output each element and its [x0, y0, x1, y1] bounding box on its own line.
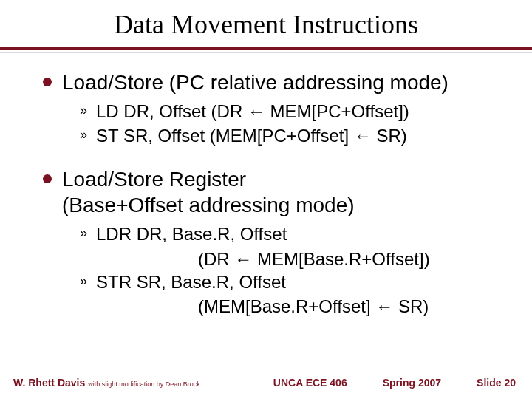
chevron-icon: »	[80, 127, 89, 143]
bullet-2-text: Load/Store Register (Base+Offset address…	[62, 166, 355, 218]
footer-slide-number: Slide 20	[477, 377, 516, 389]
divider-dark	[0, 47, 532, 50]
bullet-1-text: Load/Store (PC relative addressing mode)	[62, 69, 449, 95]
footer-modification: with slight modification by Dean Brock	[88, 381, 200, 388]
bullet-2-subs: » LDR DR, Base.R, Offset (DR ← MEM[Base.…	[80, 222, 502, 318]
sub-continuation: (DR ← MEM[Base.R+Offset])	[198, 248, 502, 270]
sub-text: LDR DR, Base.R, Offset	[96, 222, 287, 245]
slide-title: Data Movement Instructions	[0, 0, 532, 47]
content-area: Load/Store (PC relative addressing mode)…	[0, 53, 532, 318]
bullet-1-subs: » LD DR, Offset (DR ← MEM[PC+Offset]) » …	[80, 100, 502, 147]
footer: W. Rhett Davis with slight modification …	[0, 377, 532, 389]
slide: Data Movement Instructions Load/Store (P…	[0, 0, 532, 399]
sub-text: LD DR, Offset (DR ← MEM[PC+Offset])	[96, 100, 409, 123]
sub-item: » ST SR, Offset (MEM[PC+Offset] ← SR)	[80, 124, 502, 147]
sub-text: ST SR, Offset (MEM[PC+Offset] ← SR)	[96, 124, 407, 147]
footer-course: UNCA ECE 406	[273, 377, 347, 389]
sub-continuation: (MEM[Base.R+Offset] ← SR)	[198, 295, 502, 318]
sub-text: STR SR, Base.R, Offset	[96, 270, 286, 293]
footer-author: W. Rhett Davis	[13, 377, 85, 389]
bullet-disc-icon	[43, 78, 52, 86]
bullet-2: Load/Store Register (Base+Offset address…	[43, 166, 502, 218]
sub-item: » LDR DR, Base.R, Offset	[80, 222, 502, 245]
chevron-icon: »	[80, 225, 89, 241]
chevron-icon: »	[80, 103, 89, 118]
footer-term: Spring 2007	[383, 377, 441, 389]
sub-item: » LD DR, Offset (DR ← MEM[PC+Offset])	[80, 100, 502, 123]
bullet-1: Load/Store (PC relative addressing mode)	[43, 69, 502, 95]
chevron-icon: »	[80, 273, 89, 289]
bullet-disc-icon	[43, 174, 52, 183]
sub-item: » STR SR, Base.R, Offset	[80, 270, 502, 293]
